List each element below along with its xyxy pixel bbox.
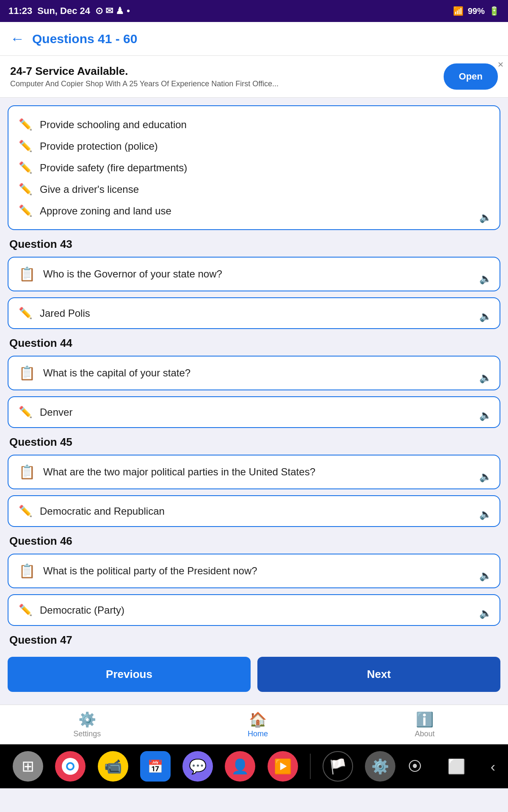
ad-open-button[interactable]: Open	[444, 63, 498, 90]
svg-point-2	[68, 764, 73, 769]
home-hardware-icon[interactable]: ⬜	[447, 758, 465, 775]
ad-close-button[interactable]: ✕	[497, 60, 504, 69]
apps-grid-icon[interactable]: ⊞	[13, 751, 43, 782]
answer-text: Democratic (Party)	[40, 604, 124, 616]
q46-answer-box: ✏️ Democratic (Party) 🔈	[8, 594, 500, 626]
chrome-icon[interactable]	[55, 751, 86, 782]
question-number: Question 45	[8, 436, 500, 449]
pencil-icon: ✏️	[19, 204, 32, 217]
home-label: Home	[248, 730, 268, 738]
bottom-navigation: ⚙️ Settings 🏠 Home ℹ️ About	[0, 705, 508, 744]
question-text: What are the two major political parties…	[43, 466, 489, 478]
answer-text: Provide schooling and education	[40, 119, 187, 131]
list-icon: 📋	[19, 266, 36, 282]
ad-subtitle: Computer And Copier Shop With A 25 Years…	[10, 80, 279, 88]
recent-apps-icon[interactable]: ⦿	[408, 758, 422, 775]
main-content: ✏️ Provide schooling and education ✏️ Pr…	[0, 105, 508, 705]
speaker-icon[interactable]: 🔈	[479, 471, 492, 483]
page-title: Questions 41 - 60	[32, 32, 137, 46]
q42-answers-box: ✏️ Provide schooling and education ✏️ Pr…	[8, 105, 500, 230]
flag-icon[interactable]: 🏳️	[323, 751, 353, 782]
ad-title: 24-7 Service Available.	[10, 65, 279, 78]
answer-item: ✏️ Provide schooling and education	[19, 114, 489, 135]
q44-section: Question 44 📋 What is the capital of you…	[8, 337, 500, 428]
pencil-icon: ✏️	[19, 161, 32, 174]
q42-section: ✏️ Provide schooling and education ✏️ Pr…	[8, 105, 500, 230]
youtube-icon[interactable]: ▶️	[268, 751, 298, 782]
q44-answer-box: ✏️ Denver 🔈	[8, 396, 500, 428]
android-app-dock: ⊞ 📹 📅 💬 👤 ▶️ 🏳️ ⚙️ ⦿ ⬜ ‹	[0, 744, 508, 788]
answer-text: Democratic and Republican	[40, 505, 165, 517]
answer-text: Denver	[40, 406, 72, 418]
speaker-icon[interactable]: 🔈	[479, 570, 492, 582]
settings-label: Settings	[73, 730, 101, 738]
ad-banner: 24-7 Service Available. Computer And Cop…	[0, 56, 508, 98]
answer-item: ✏️ Provide protection (police)	[19, 135, 489, 157]
status-right: 📶 99% 🔋	[453, 6, 500, 16]
pencil-icon: ✏️	[19, 307, 32, 320]
time: 11:23	[8, 5, 32, 16]
speaker-icon[interactable]: 🔈	[479, 607, 492, 619]
status-icons: ⊙ ✉ ♟ •	[95, 5, 130, 16]
status-left: 11:23 Sun, Dec 24 ⊙ ✉ ♟ •	[8, 5, 130, 16]
answer-text: Approve zoning and land use	[40, 205, 171, 217]
facetime-icon[interactable]: 📹	[98, 751, 128, 782]
q46-question-box: 📋 What is the political party of the Pre…	[8, 554, 500, 588]
status-bar: 11:23 Sun, Dec 24 ⊙ ✉ ♟ • 📶 99% 🔋	[0, 0, 508, 22]
battery: 99%	[468, 6, 485, 16]
question-text: What is the political party of the Presi…	[43, 565, 489, 577]
back-hardware-icon[interactable]: ‹	[491, 758, 495, 775]
nav-home[interactable]: 🏠 Home	[248, 711, 268, 738]
previous-button[interactable]: Previous	[8, 657, 251, 692]
next-button[interactable]: Next	[257, 657, 500, 692]
date: Sun, Dec 24	[37, 5, 90, 16]
pencil-icon: ✏️	[19, 140, 32, 153]
q45-answer-box: ✏️ Democratic and Republican 🔈	[8, 495, 500, 527]
wifi-icon: 📶	[453, 6, 464, 16]
settings-icon: ⚙️	[78, 711, 96, 728]
answer-item: ✏️ Provide safety (fire departments)	[19, 157, 489, 178]
pencil-icon: ✏️	[19, 118, 32, 131]
list-icon: 📋	[19, 464, 36, 480]
question-number: Question 47	[8, 634, 500, 647]
answer-text: Provide protection (police)	[40, 140, 158, 152]
contacts-icon[interactable]: 👤	[225, 751, 255, 782]
q43-question-box: 📋 Who is the Governor of your state now?…	[8, 257, 500, 291]
home-icon: 🏠	[249, 711, 267, 728]
info-icon: ℹ️	[416, 711, 433, 728]
messages-icon[interactable]: 💬	[182, 751, 213, 782]
q45-section: Question 45 📋 What are the two major pol…	[8, 436, 500, 527]
settings-gear-icon[interactable]: ⚙️	[365, 751, 395, 782]
speaker-icon[interactable]: 🔈	[479, 310, 492, 322]
speaker-icon[interactable]: 🔈	[479, 372, 492, 384]
question-text: What is the capital of your state?	[43, 367, 489, 379]
answer-text: Provide safety (fire departments)	[40, 162, 187, 174]
speaker-icon[interactable]: 🔈	[479, 508, 492, 520]
speaker-icon[interactable]: 🔈	[479, 409, 492, 421]
ad-text: 24-7 Service Available. Computer And Cop…	[10, 65, 279, 88]
q47-section: Question 47	[8, 634, 500, 647]
q43-answer-box: ✏️ Jared Polis 🔈	[8, 297, 500, 329]
q46-section: Question 46 📋 What is the political part…	[8, 535, 500, 626]
q45-question-box: 📋 What are the two major political parti…	[8, 455, 500, 489]
calendar-icon[interactable]: 📅	[140, 751, 171, 782]
question-number: Question 44	[8, 337, 500, 350]
speaker-icon[interactable]: 🔈	[479, 211, 492, 223]
android-nav: ⦿ ⬜ ‹	[408, 758, 495, 775]
q44-question-box: 📋 What is the capital of your state? 🔈	[8, 356, 500, 390]
pencil-icon: ✏️	[19, 406, 32, 419]
question-number: Question 46	[8, 535, 500, 548]
battery-icon: 🔋	[489, 6, 500, 16]
nav-settings[interactable]: ⚙️ Settings	[73, 711, 101, 738]
pencil-icon: ✏️	[19, 604, 32, 617]
pencil-icon: ✏️	[19, 183, 32, 196]
answer-text: Give a driver's license	[40, 184, 139, 195]
pencil-icon: ✏️	[19, 505, 32, 518]
nav-about[interactable]: ℹ️ About	[415, 711, 435, 738]
speaker-icon[interactable]: 🔈	[479, 273, 492, 285]
back-button[interactable]: ←	[10, 30, 25, 47]
answer-text: Jared Polis	[40, 307, 90, 319]
answer-item: ✏️ Approve zoning and land use	[19, 200, 489, 222]
question-number: Question 43	[8, 238, 500, 251]
header: ← Questions 41 - 60	[0, 22, 508, 56]
